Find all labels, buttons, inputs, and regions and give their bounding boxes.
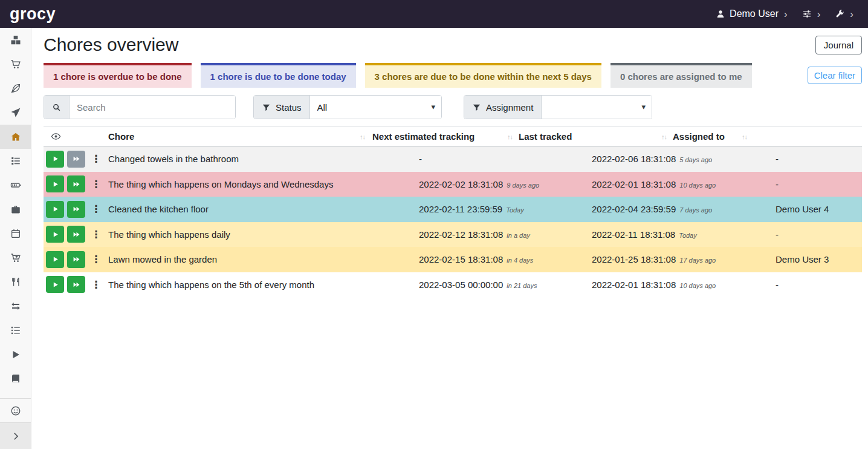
- sidebar-item-book[interactable]: [0, 367, 31, 391]
- main-content: Chores overview Journal 1 chore is overd…: [31, 28, 868, 449]
- row-menu-button[interactable]: ⋮: [90, 201, 102, 218]
- clear-filter-button[interactable]: Clear filter: [808, 67, 862, 84]
- chore-name: The thing which happens on the 5th of ev…: [104, 280, 414, 290]
- play-icon: [51, 155, 59, 163]
- column-header-chore[interactable]: Chore ↑↓: [104, 127, 368, 146]
- assigned-to: Demo User 3: [771, 254, 862, 264]
- row-menu-button[interactable]: ⋮: [90, 151, 102, 168]
- sidebar-item-play[interactable]: [0, 342, 31, 367]
- cart-plus-icon: [10, 252, 21, 263]
- user-menu[interactable]: Demo User ›: [716, 8, 788, 19]
- sidebar-item-cart-plus[interactable]: [0, 246, 31, 270]
- sidebar-item-shopping-cart[interactable]: [0, 52, 31, 76]
- filter-funnel-icon: [262, 103, 271, 112]
- status-select[interactable]: All: [310, 96, 441, 119]
- track-chore-button[interactable]: [46, 151, 64, 168]
- sidebar-item-list[interactable]: [0, 318, 31, 342]
- sidebar-item-battery[interactable]: [0, 173, 31, 197]
- track-chore-button[interactable]: [46, 175, 64, 192]
- skip-chore-button[interactable]: [67, 151, 85, 168]
- skip-chore-button[interactable]: [67, 226, 85, 243]
- sliders-icon: [802, 9, 812, 19]
- column-header-label: Last tracked: [519, 131, 572, 142]
- sidebar-item-utensils[interactable]: [0, 270, 31, 294]
- last-tracked-date: 2022-02-04 23:59:59: [592, 204, 676, 214]
- wrench-icon: [835, 9, 844, 19]
- assigned-to: Demo User 4: [771, 204, 862, 214]
- play-icon: [51, 255, 59, 263]
- banner-due-soon[interactable]: 3 chores are due to be done within the n…: [365, 63, 601, 88]
- time-ago: Today: [506, 206, 524, 214]
- settings-menu[interactable]: ›: [835, 9, 853, 19]
- table-row: ⋮ Changed towels in the bathroom - 2022-…: [44, 146, 862, 172]
- skip-chore-button[interactable]: [67, 201, 85, 218]
- fast-forward-icon: [73, 231, 80, 238]
- sidebar-item-house-active[interactable]: [0, 125, 31, 149]
- skip-chore-button[interactable]: [67, 175, 85, 192]
- play-icon: [51, 231, 59, 238]
- column-header-label: Chore: [108, 131, 134, 142]
- search-icon: [52, 103, 61, 112]
- next-tracking-date: 2022-02-15 18:31:08: [419, 254, 503, 264]
- column-header-filler: [750, 127, 862, 146]
- fast-forward-icon: [73, 180, 80, 188]
- sidebar-item-paper-plane[interactable]: [0, 100, 31, 125]
- search-input[interactable]: [70, 96, 235, 119]
- last-tracked-date: 2022-01-25 18:31:08: [592, 254, 676, 264]
- task-list-icon: [10, 156, 21, 166]
- skip-chore-button[interactable]: [67, 276, 85, 293]
- time-ago: in 21 days: [507, 282, 537, 289]
- eye-icon[interactable]: [51, 131, 61, 142]
- app-logo[interactable]: grocy: [10, 6, 56, 22]
- assignment-select[interactable]: [542, 96, 652, 119]
- sidebar-item-boxes[interactable]: [0, 28, 31, 52]
- track-chore-button[interactable]: [46, 201, 64, 218]
- journal-button[interactable]: Journal: [815, 36, 862, 54]
- sidebar-item-task-list[interactable]: [0, 149, 31, 173]
- exchange-arrows-icon: [10, 301, 21, 312]
- chore-name: Lawn mowed in the garden: [104, 254, 414, 264]
- sidebar-expand-toggle[interactable]: [0, 422, 31, 449]
- next-tracking-date: 2022-02-11 23:59:59: [419, 204, 502, 214]
- fast-forward-icon: [73, 281, 80, 289]
- banner-due-today[interactable]: 1 chore is due to be done today: [201, 63, 356, 88]
- banner-assigned-to-me[interactable]: 0 chores are assigned to me: [611, 63, 752, 88]
- manage-menu[interactable]: ›: [802, 9, 821, 19]
- skip-chore-button[interactable]: [67, 251, 85, 268]
- sort-icon: ↑↓: [360, 133, 365, 140]
- sort-icon: ↑↓: [661, 133, 667, 140]
- row-menu-button[interactable]: ⋮: [90, 175, 102, 192]
- column-header-assigned-to[interactable]: Assigned to ↑↓: [669, 127, 750, 146]
- next-tracking-date: 2022-02-02 18:31:08: [419, 179, 503, 189]
- sidebar-item-smiley[interactable]: [0, 398, 31, 422]
- status-filter: Status All ▾: [253, 95, 442, 119]
- navbar-right: Demo User › › ›: [716, 8, 853, 19]
- sidebar-item-feather[interactable]: [0, 76, 31, 100]
- track-chore-button[interactable]: [46, 276, 64, 293]
- row-menu-button[interactable]: ⋮: [90, 251, 102, 268]
- shopping-cart-icon: [10, 59, 21, 70]
- time-ago: 17 days ago: [679, 257, 716, 264]
- column-header-last-tracked[interactable]: Last tracked ↑↓: [515, 127, 669, 146]
- play-icon: [10, 349, 21, 360]
- time-ago: 7 days ago: [679, 206, 712, 214]
- sidebar-item-calendar[interactable]: [0, 221, 31, 246]
- sort-icon: ↑↓: [507, 133, 513, 140]
- sidebar: [0, 28, 31, 449]
- sidebar-item-exchange-arrows[interactable]: [0, 294, 31, 318]
- utensils-icon: [10, 277, 21, 287]
- column-header-label: Next estimated tracking: [372, 131, 474, 142]
- table-row: ⋮ The thing which happens on Mondays and…: [44, 172, 862, 197]
- filter-bar: Status All ▾ Assignment ▾: [44, 95, 862, 119]
- row-menu-button[interactable]: ⋮: [90, 226, 102, 243]
- banner-overdue[interactable]: 1 chore is overdue to be done: [44, 63, 192, 88]
- chore-name: The thing which happens on Mondays and W…: [104, 179, 414, 189]
- sidebar-item-briefcase[interactable]: [0, 197, 31, 221]
- track-chore-button[interactable]: [46, 251, 64, 268]
- track-chore-button[interactable]: [46, 226, 64, 243]
- assignment-filter: Assignment ▾: [464, 95, 652, 119]
- fast-forward-icon: [73, 155, 80, 163]
- column-header-next-tracking[interactable]: Next estimated tracking ↑↓: [368, 127, 515, 146]
- chore-name: The thing which happens daily: [104, 229, 414, 240]
- row-menu-button[interactable]: ⋮: [90, 276, 102, 293]
